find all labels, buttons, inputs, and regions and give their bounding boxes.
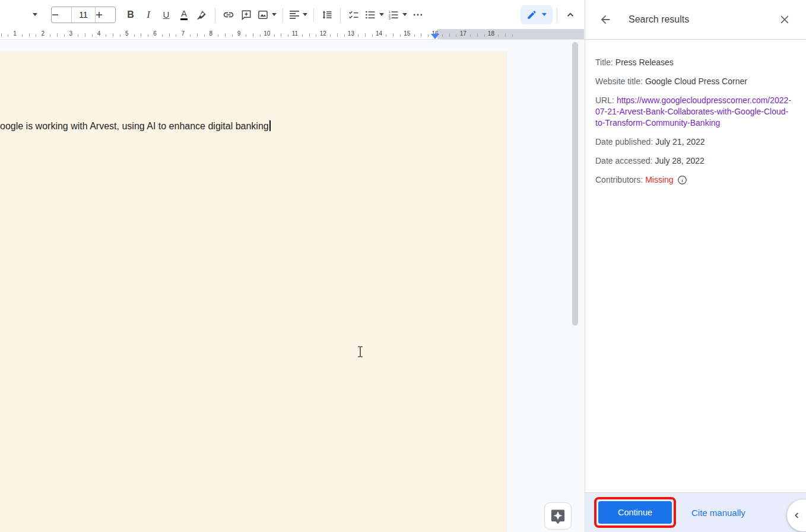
field-label: Date accessed: <box>595 156 653 165</box>
close-button[interactable] <box>778 12 792 27</box>
more-dots-icon <box>412 9 424 21</box>
ruler-number: 9 <box>237 30 241 37</box>
ruler-tick <box>190 34 191 37</box>
cite-manually-button[interactable]: Cite manually <box>691 508 745 518</box>
ruler-number: 11 <box>292 30 298 37</box>
line-spacing-button[interactable] <box>318 5 336 24</box>
document-text-line[interactable]: oogle is working with Arvest, using AI t… <box>0 120 271 132</box>
increase-font-size-button[interactable] <box>96 7 115 23</box>
toolbar-separator <box>283 8 283 22</box>
hide-side-panel-button[interactable] <box>787 499 806 531</box>
ruler-tick <box>358 34 358 37</box>
ruler-tick <box>225 33 226 37</box>
align-button[interactable] <box>287 5 309 24</box>
ruler-tick <box>218 34 218 37</box>
info-icon[interactable] <box>677 175 687 185</box>
toolbar-separator <box>313 8 314 22</box>
ruler-tick <box>78 34 78 37</box>
ruler-tick <box>162 34 163 37</box>
citation-field-date-accessed: Date accessed:July 28, 2022 <box>595 155 792 167</box>
ruler-number: 17 <box>460 30 467 37</box>
chevron-down-icon <box>303 13 307 16</box>
chevron-down-icon <box>272 13 277 16</box>
ruler-tick <box>106 34 106 37</box>
citation-field-title: Title:Press Releases <box>595 57 792 68</box>
ruler-tick <box>92 34 93 37</box>
ruler-tick <box>204 34 205 37</box>
toolbar-separator <box>340 8 341 22</box>
insert-link-button[interactable] <box>220 5 237 24</box>
ruler-number: 8 <box>210 30 213 37</box>
checklist-button[interactable] <box>345 5 363 24</box>
ruler-tick <box>400 34 401 37</box>
citation-field-date-published: Date published:July 21, 2022 <box>595 136 792 148</box>
add-comment-button[interactable] <box>237 5 255 24</box>
citation-url-link[interactable]: https://www.googlecloudpresscorner.com/2… <box>595 95 791 128</box>
ruler-tick <box>274 34 275 37</box>
pencil-icon <box>526 9 537 20</box>
insert-image-button[interactable] <box>255 5 278 24</box>
citation-details: Title:Press Releases Website title:Googl… <box>585 40 806 186</box>
ruler-tick <box>421 33 421 37</box>
back-button[interactable] <box>598 12 613 27</box>
ruler-tick <box>498 34 499 37</box>
field-label: Website title: <box>595 77 643 86</box>
ruler-tick <box>36 34 36 37</box>
font-dropdown-caret[interactable] <box>26 5 44 24</box>
hide-menus-button[interactable] <box>561 5 579 24</box>
ruler-number: 13 <box>348 30 354 37</box>
ruler-tick <box>302 34 303 37</box>
document-text: oogle is working with Arvest, using AI t… <box>0 121 269 131</box>
ruler-tick <box>22 34 23 37</box>
toolbar: 11 B I U A <box>0 0 584 29</box>
bulleted-list-button[interactable] <box>363 5 386 24</box>
ruler-tick <box>85 33 85 37</box>
ruler-tick <box>176 34 176 37</box>
numbered-list-button[interactable]: 123 <box>386 5 409 24</box>
ruler-number: 3 <box>69 30 73 37</box>
underline-button[interactable]: U <box>157 5 175 24</box>
ruler[interactable]: 123456789101112131415161718 <box>0 29 584 40</box>
ruler-tick <box>246 34 246 37</box>
text-color-button[interactable]: A <box>175 5 193 24</box>
vertical-scrollbar[interactable] <box>572 42 578 326</box>
decrease-font-size-button[interactable] <box>52 7 71 23</box>
ruler-tick <box>484 34 485 37</box>
bulleted-list-icon <box>364 9 376 21</box>
ruler-tick <box>260 34 261 37</box>
editing-mode-button[interactable] <box>521 5 553 24</box>
ruler-tick <box>449 33 450 37</box>
close-icon <box>779 14 791 26</box>
citations-sidebar: Search results Title:Press Releases Webs… <box>585 0 806 532</box>
ruler-tick <box>414 34 415 37</box>
checklist-icon <box>348 9 360 21</box>
ruler-tick <box>29 33 30 37</box>
continue-button[interactable]: Continue <box>598 501 672 524</box>
ruler-number: 18 <box>488 30 494 37</box>
ruler-tick <box>64 34 65 37</box>
image-icon <box>257 9 269 21</box>
font-size-value[interactable]: 11 <box>71 7 96 23</box>
ruler-tick <box>470 34 471 37</box>
field-value: July 21, 2022 <box>655 137 705 146</box>
missing-value: Missing <box>645 175 673 184</box>
sidebar-title: Search results <box>629 14 778 25</box>
field-label: Date published: <box>595 137 653 146</box>
ruler-number: 14 <box>376 30 382 37</box>
italic-button[interactable]: I <box>139 5 157 24</box>
numbered-list-icon: 123 <box>388 9 399 21</box>
ruler-number: 6 <box>153 30 157 37</box>
italic-icon: I <box>147 9 150 21</box>
underline-icon: U <box>163 9 170 20</box>
svg-text:3: 3 <box>389 17 391 20</box>
gemini-sparkle-button[interactable] <box>544 502 572 530</box>
citation-field-url: URL:https://www.googlecloudpresscorner.c… <box>595 95 792 129</box>
document-page[interactable]: oogle is working with Arvest, using AI t… <box>0 52 506 532</box>
bold-button[interactable]: B <box>122 5 139 24</box>
ruler-tick <box>456 34 456 37</box>
document-canvas: oogle is working with Arvest, using AI t… <box>0 40 584 532</box>
right-indent-marker[interactable] <box>431 34 439 39</box>
highlight-color-button[interactable] <box>193 5 211 24</box>
ruler-tick <box>113 33 113 37</box>
more-options-button[interactable] <box>409 5 427 24</box>
